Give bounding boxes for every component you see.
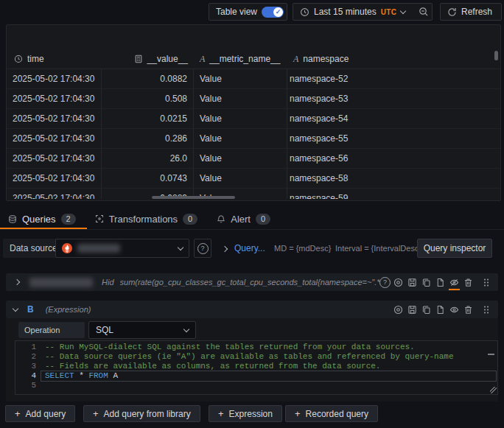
query-b-body: Operation SQL 1 -- Run MySQL-dialect SQL…: [6, 318, 498, 401]
plus-icon: +: [295, 408, 301, 419]
toggle-check-icon: ✓: [273, 7, 283, 17]
create-snippet-button[interactable]: [435, 302, 445, 317]
zoom-out-button[interactable]: [412, 4, 435, 20]
datasource-name-redacted: [77, 244, 120, 253]
table-view-toggle[interactable]: ✓: [262, 7, 284, 18]
table-row: 2025-05-02 17:04:30 0.0882 Value namespa…: [7, 69, 500, 89]
collapse-chevron-down-icon[interactable]: [13, 306, 18, 312]
expand-chevron-right-icon[interactable]: [14, 279, 20, 285]
duplicate-query-button[interactable]: [421, 302, 431, 317]
toggle-visibility-button[interactable]: [449, 302, 459, 317]
md-desc-text: MD = {mdDesc}: [274, 237, 331, 259]
tab-queries[interactable]: Queries 2: [0, 208, 87, 229]
table-view-label: Table view: [216, 7, 257, 17]
line-number: 3: [15, 362, 36, 371]
clock-icon: [14, 55, 23, 63]
time-picker-button[interactable]: Last 15 minutes UTC: [293, 4, 412, 20]
horizontal-scrollbar[interactable]: [152, 196, 235, 199]
table-header-row: time __value__ A __metric_name__ A names…: [7, 49, 500, 69]
toggle-visibility-button[interactable]: [449, 275, 459, 290]
code-line: 2 -- Data source queries (ie "A") are av…: [15, 352, 497, 362]
sql-keyword: FROM: [88, 371, 108, 380]
column-header-value[interactable]: __value__: [102, 49, 194, 69]
operation-value: SQL: [96, 325, 113, 335]
magnifier-minus-icon: [419, 7, 429, 17]
remove-query-button[interactable]: [463, 302, 473, 317]
process-icon: [95, 214, 104, 223]
remove-query-button[interactable]: [463, 275, 473, 290]
create-snippet-button[interactable]: [435, 275, 445, 290]
tab-transformations[interactable]: Transformations 0: [87, 208, 209, 229]
table-row: 2025-05-02 17:04:30 26.0 Value namespace…: [7, 149, 500, 169]
refresh-button[interactable]: Refresh: [441, 4, 499, 20]
line-number: 2: [15, 352, 36, 362]
code-comment: -- Run MySQL-dialect SQL against the tab…: [36, 343, 415, 352]
trash-icon: [463, 278, 473, 287]
sql-code-editor[interactable]: 1 -- Run MySQL-dialect SQL against the t…: [15, 340, 498, 395]
copy-icon: [421, 278, 431, 287]
datasource-help-button[interactable]: [393, 302, 403, 317]
tab-badge: 0: [256, 214, 270, 225]
cell-metric: Value: [194, 69, 287, 89]
column-header-metric-name[interactable]: A __metric_name__: [194, 49, 287, 69]
query-row-a[interactable]: Hid sum(rate(go_cpu_classes_gc_total_cpu…: [6, 273, 498, 291]
overview-ruler-mark: [488, 354, 494, 355]
chevron-down-icon: [400, 8, 406, 14]
code-line: 1 -- Run MySQL-dialect SQL against the t…: [15, 343, 497, 352]
results-table: time __value__ A __metric_name__ A names…: [7, 49, 500, 199]
table-row: 2025-05-02 17:04:30 0.286 Value namespac…: [7, 129, 500, 149]
drag-handle[interactable]: [481, 275, 491, 290]
query-breadcrumb-link[interactable]: Query...: [234, 237, 265, 259]
refresh-label: Refresh: [461, 7, 492, 17]
query-a-name-redacted: [29, 278, 93, 287]
plus-icon: +: [93, 408, 99, 419]
cell-time: 2025-05-02 17:04:30: [7, 149, 102, 169]
vertical-scrollbar[interactable]: [494, 51, 498, 60]
database-icon: [8, 214, 17, 224]
datasource-picker[interactable]: [55, 239, 189, 258]
query-b-type-label: (Expression): [46, 305, 91, 314]
cell-metric: Value: [194, 109, 287, 129]
datasource-help-button[interactable]: [393, 275, 403, 290]
add-query-from-library-button[interactable]: + Add query from library: [83, 405, 200, 422]
column-header-time[interactable]: time: [7, 49, 102, 69]
floppy-icon: [407, 278, 417, 287]
column-header-namespace[interactable]: A namespace: [287, 49, 500, 69]
duplicate-query-button[interactable]: [421, 275, 431, 290]
cell-time: 2025-05-02 17:04:30: [7, 129, 102, 149]
file-icon: [435, 278, 445, 287]
cell-metric: Value: [194, 169, 287, 189]
time-picker-group: Last 15 minutes UTC: [293, 3, 433, 21]
refresh-interval-dropdown[interactable]: [499, 4, 504, 20]
drag-handle-icon: [483, 305, 490, 315]
query-b-actions: [393, 302, 498, 317]
cell-time: 2025-05-02 17:04:30: [7, 69, 102, 89]
editor-resize-grip[interactable]: [490, 387, 497, 393]
operation-select[interactable]: SQL: [88, 321, 196, 339]
add-expression-button[interactable]: + Expression: [209, 405, 282, 422]
drag-handle[interactable]: [481, 302, 491, 317]
cell-metric: Value: [194, 89, 287, 109]
datasource-help-button[interactable]: ?: [194, 239, 211, 258]
save-query-button[interactable]: [407, 302, 417, 317]
trash-icon: [463, 305, 473, 315]
query-b-letter: B: [27, 304, 34, 315]
cell-value: 0.0882: [102, 69, 194, 89]
cell-namespace: namespace-58: [287, 169, 500, 189]
add-recorded-query-button[interactable]: + Recorded query: [285, 405, 378, 422]
save-query-button[interactable]: [407, 275, 417, 290]
string-field-icon: A: [293, 54, 298, 65]
add-query-button[interactable]: + Add query: [5, 405, 75, 422]
chevron-down-icon: [178, 245, 183, 250]
chevron-down-icon: [183, 326, 189, 332]
tab-alert[interactable]: Alert 0: [209, 208, 281, 229]
table-row: 2025-05-02 17:04:30 0.0215 Value namespa…: [7, 109, 500, 129]
help-button[interactable]: ?: [379, 275, 389, 290]
query-row-b[interactable]: B (Expression): [6, 301, 498, 318]
hidden-state-underline: [449, 289, 460, 290]
query-inspector-button[interactable]: Query inspector: [417, 239, 492, 258]
cell-value: 26.0: [102, 149, 194, 169]
cell-value: 0.0215: [102, 109, 194, 129]
timezone-label: UTC: [381, 8, 396, 16]
table-view-toggle-group[interactable]: Table view ✓: [209, 3, 287, 21]
